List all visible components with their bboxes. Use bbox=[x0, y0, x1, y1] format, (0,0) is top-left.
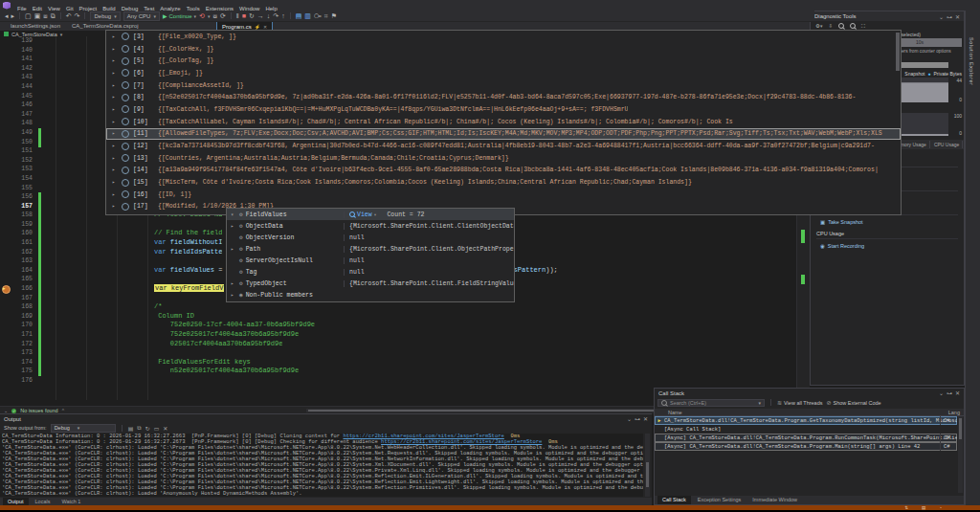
menu-edit[interactable]: Edit bbox=[30, 6, 45, 11]
close-icon[interactable]: ✕ bbox=[955, 13, 960, 20]
diagnostics-icon[interactable]: ⧃ bbox=[314, 11, 322, 21]
toggle-autoscroll-icon[interactable]: ▭ bbox=[154, 425, 160, 432]
expander-icon[interactable]: ▸ bbox=[231, 246, 236, 253]
datatip-row-11[interactable]: ▸[11]{[AllowedFileTypes, 7z;FLV;Exe;Docx… bbox=[106, 128, 901, 141]
member-row-typedobject[interactable]: ▸⚙TypedObject{Microsoft.SharePoint.Clien… bbox=[227, 278, 514, 289]
view-button[interactable]: View▾ bbox=[349, 211, 377, 218]
datatip-row-8[interactable]: ▸[8]{[n52e025017cf4004aa370b6a95bf9d9e, … bbox=[106, 91, 901, 103]
datatip-row-9[interactable]: ▸[9]{[TaxCatchAll, f3FDVHSmr06Cxqepia1Kb… bbox=[106, 103, 901, 116]
expander-icon[interactable] bbox=[231, 269, 236, 276]
expander-icon[interactable]: ▸ bbox=[112, 143, 118, 149]
expander-icon[interactable]: ▸ bbox=[112, 155, 118, 162]
view-all-threads-button[interactable]: ≋View all Threads bbox=[777, 399, 823, 406]
expander-icon[interactable]: ▸ bbox=[112, 57, 118, 64]
member-row-path[interactable]: ▸⚙Path{Microsoft.SharePoint.Client.Objec… bbox=[227, 243, 514, 255]
expander-icon[interactable]: ▸ bbox=[112, 33, 118, 40]
menu-tools[interactable]: Tools bbox=[184, 6, 203, 11]
member-row-objectversion[interactable]: ⚙ObjectVersionnull bbox=[227, 232, 514, 243]
summary-link-take-snapshot[interactable]: ▣Take Snapshot bbox=[820, 219, 958, 225]
find-message-icon[interactable]: ▤ bbox=[128, 425, 134, 432]
step-out-icon[interactable]: ↑ bbox=[281, 11, 285, 21]
breakpoints-window-icon[interactable]: ▤ bbox=[296, 11, 302, 21]
expander-icon[interactable]: ▸ bbox=[112, 167, 118, 173]
member-row-fieldvalues[interactable]: ▾⚙FieldValuesView▾ Count = 72 bbox=[227, 209, 514, 220]
datatip-row-16[interactable]: ▸[16]{[ID, 1]} bbox=[106, 189, 901, 201]
datatip-row-12[interactable]: ▸[12]{[kc3a7a737148453b97d3ff8cdbf43f68,… bbox=[106, 140, 901, 152]
window-position-icon[interactable]: ⌄ bbox=[939, 13, 944, 20]
close-icon[interactable]: ✕ bbox=[955, 390, 960, 396]
call-stack-search-input[interactable]: Search (Ctrl+E) ▾ bbox=[657, 399, 765, 407]
exception-settings-icon[interactable]: ▥ bbox=[304, 11, 311, 21]
menu-window[interactable]: Window bbox=[236, 6, 262, 11]
menu-build[interactable]: Build bbox=[100, 6, 118, 11]
menu-debug[interactable]: Debug bbox=[119, 6, 142, 11]
back-icon[interactable]: ◂ bbox=[5, 11, 9, 21]
menu-view[interactable]: View bbox=[45, 6, 63, 11]
member-row-tag[interactable]: ⚙Tagnull bbox=[227, 266, 514, 278]
expander-icon[interactable]: ▸ bbox=[112, 179, 118, 186]
bottom-tab-immediate-window[interactable]: Immediate Window bbox=[747, 496, 802, 504]
clear-all-icon[interactable]: ⧉ bbox=[137, 425, 141, 432]
call-stack-frame[interactable]: [Async] CA_TermStoreData.dll!CA_TermStor… bbox=[655, 434, 957, 442]
diag-tab-cpu-usage[interactable]: CPU Usage bbox=[931, 141, 963, 148]
menu-analyze[interactable]: Analyze bbox=[157, 6, 183, 11]
bookmark-icon[interactable]: ⚑ bbox=[331, 11, 337, 21]
expander-icon[interactable]: ▸ bbox=[112, 203, 118, 210]
window-position-icon[interactable]: ⌄ bbox=[627, 415, 632, 422]
datatip-row-5[interactable]: ▸[5]{[_ColorTag, ]} bbox=[106, 55, 901, 67]
menu-file[interactable]: File bbox=[14, 6, 30, 11]
wrap-icon[interactable]: ↻ bbox=[145, 425, 150, 432]
datatip-row-15[interactable]: ▸[15]{[MiscTerm, Côte d'Ivoire;Costa Ric… bbox=[106, 176, 901, 189]
datatip-scrollbar[interactable] bbox=[896, 33, 900, 71]
menu-git[interactable]: Git bbox=[63, 6, 77, 11]
pin-icon[interactable]: ⊶ bbox=[947, 390, 952, 396]
datatip-row-14[interactable]: ▸[14]{[a13a9a949f95417784f84fe63f1547a4,… bbox=[106, 165, 901, 177]
expander-icon[interactable]: ▸ bbox=[112, 130, 118, 137]
expander-icon[interactable]: ▸ bbox=[112, 70, 118, 77]
window-position-icon[interactable]: ⌄ bbox=[939, 390, 944, 396]
expander-icon[interactable]: ▸ bbox=[112, 94, 118, 100]
datatip-row-10[interactable]: ▸[10]{[TaxCatchAllLabel, Cayman Islands#… bbox=[106, 116, 901, 128]
summary-link-start-recording[interactable]: ◉Start Recording bbox=[820, 243, 958, 249]
call-stack-frame[interactable]: [Async] CA_TermStoreData.dll!CA_TermStor… bbox=[655, 442, 957, 451]
datatip-row-7[interactable]: ▸[7]{[ComplianceAssetId, ]} bbox=[106, 79, 901, 92]
expander-icon[interactable]: ▸ bbox=[112, 46, 118, 53]
member-row-objectdata[interactable]: ▸⚙ObjectData{Microsoft.SharePoint.Client… bbox=[227, 220, 514, 232]
expander-icon[interactable]: ▸ bbox=[112, 191, 118, 198]
expander-icon[interactable]: ▸ bbox=[231, 223, 236, 230]
pin-icon[interactable]: ⊶ bbox=[635, 415, 640, 422]
call-stack-frame[interactable]: ▶CA_TermStoreData.dll!CA_TermStoreData.P… bbox=[655, 416, 957, 425]
output-source-dropdown[interactable]: Debug▾ bbox=[51, 424, 116, 433]
close-icon[interactable]: ✕ bbox=[643, 415, 648, 422]
expander-icon[interactable]: ▸ bbox=[112, 119, 118, 125]
expander-icon[interactable] bbox=[231, 234, 236, 241]
datatip-row-13[interactable]: ▸[13]{[Countries, Argentina;Australia;Au… bbox=[106, 152, 901, 165]
menu-project[interactable]: Project bbox=[77, 6, 100, 11]
datatip-row-6[interactable]: ▸[6]{[_Emoji, ]} bbox=[106, 67, 901, 79]
reset-view-icon[interactable]: ⛶ bbox=[861, 23, 865, 30]
show-external-code-button[interactable]: ⊘Show External Code bbox=[827, 399, 881, 406]
select-tool-icon[interactable]: ⚙▾ bbox=[815, 23, 822, 29]
watch-icon[interactable]: ⌗ bbox=[324, 11, 328, 21]
expander-icon[interactable] bbox=[231, 257, 236, 264]
export-icon[interactable]: ⇩ bbox=[828, 23, 833, 29]
expander-icon[interactable]: ▸ bbox=[231, 292, 236, 299]
datatip-row-4[interactable]: ▸[4]{[_ColorHex, ]} bbox=[106, 43, 901, 56]
solution-explorer-vertical-tab[interactable]: Solution Explorer bbox=[969, 37, 974, 85]
zoom-in-icon[interactable] bbox=[838, 23, 844, 29]
expander-icon[interactable]: ▸ bbox=[231, 280, 236, 287]
member-row-non-public-members[interactable]: ▸◉Non-Public members bbox=[227, 289, 514, 301]
datatip-row-3[interactable]: ▸[3]{[File_x0020_Type, ]} bbox=[106, 31, 901, 43]
bottom-tab-call-stack[interactable]: Call Stack bbox=[657, 496, 691, 504]
call-stack-scrollbar[interactable] bbox=[958, 416, 963, 493]
call-stack-frame[interactable]: [Async Call Stack] bbox=[655, 425, 957, 434]
expander-icon[interactable]: ▾ bbox=[231, 211, 236, 218]
bottom-tab-exception-settings[interactable]: Exception Settings bbox=[693, 496, 746, 504]
expander-icon[interactable]: ▸ bbox=[112, 82, 118, 89]
pin-icon[interactable]: ⊶ bbox=[947, 13, 952, 20]
menu-help[interactable]: Help bbox=[262, 6, 279, 11]
expander-icon[interactable]: ▸ bbox=[112, 106, 118, 113]
zoom-out-icon[interactable] bbox=[850, 23, 856, 29]
member-row-serverobjectisnull[interactable]: ⚙ServerObjectIsNullnull bbox=[227, 255, 514, 266]
menu-test[interactable]: Test bbox=[141, 6, 157, 11]
